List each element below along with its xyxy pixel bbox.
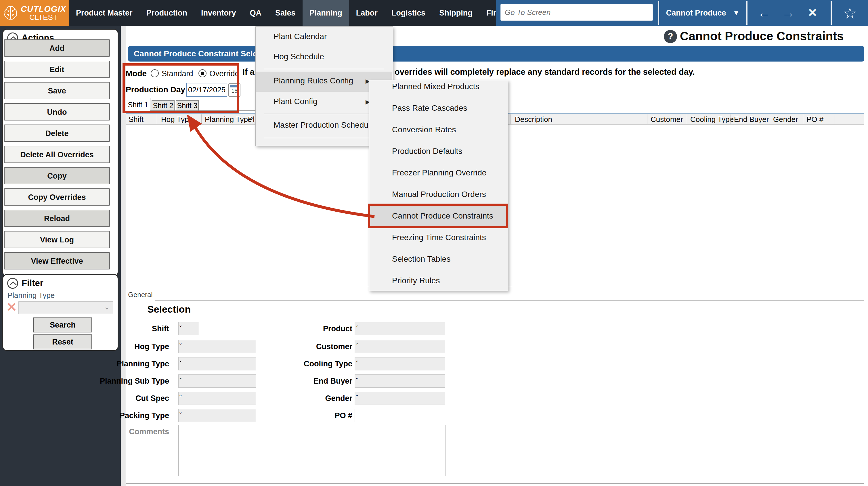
menuitem-master-production-schedule[interactable]: Master Production Schedule	[274, 121, 375, 130]
back-icon[interactable]: ←	[754, 0, 774, 26]
chevron-down-icon: ⌄	[179, 358, 182, 363]
help-icon[interactable]: ?	[664, 30, 677, 43]
screen-selector[interactable]: Cannot Produce Constraints	[661, 0, 731, 26]
chevron-down-icon: ⌄	[179, 323, 182, 328]
column-divider[interactable]	[157, 115, 157, 124]
column-divider[interactable]	[647, 115, 647, 124]
hog-type-combobox[interactable]: ⌄	[178, 340, 256, 353]
menu-product-master[interactable]: Product Master	[69, 0, 140, 26]
planning-sub-type-combobox[interactable]: ⌄	[178, 374, 256, 388]
standard-radio-label[interactable]: Standard	[162, 69, 193, 78]
gender-combobox[interactable]: ⌄	[354, 392, 445, 405]
override-radio[interactable]	[198, 69, 207, 78]
menuitem-selection-tables[interactable]: Selection Tables	[392, 254, 451, 264]
product-field-label: Product	[254, 324, 352, 333]
end-buyer-combobox[interactable]: ⌄	[354, 374, 445, 388]
menuitem-plant-config[interactable]: Plant Config	[274, 97, 317, 106]
column-divider[interactable]	[510, 115, 510, 124]
col-cooling-type[interactable]: Cooling Type	[690, 115, 734, 124]
save-button[interactable]: Save	[4, 82, 110, 99]
menuitem-plant-calendar[interactable]: Plant Calendar	[274, 32, 327, 41]
menu-separator	[264, 114, 384, 114]
hog-type-field-label: Hog Type	[71, 342, 169, 351]
menuitem-pass-rate-cascades[interactable]: Pass Rate Cascades	[392, 103, 467, 113]
col-partial-left[interactable]: Pl	[248, 115, 254, 124]
favorite-star-icon[interactable]: ☆	[838, 0, 861, 26]
shift1-tab[interactable]: Shift 1	[126, 98, 150, 112]
clear-filter-icon[interactable]: ✕	[6, 300, 17, 314]
delete-button[interactable]: Delete	[4, 124, 110, 142]
menu-labor[interactable]: Labor	[349, 0, 384, 26]
column-divider[interactable]	[803, 115, 803, 124]
menuitem-freezer-planning-override[interactable]: Freezer Planning Override	[392, 168, 486, 177]
menuitem-priority-rules[interactable]: Priority Rules	[392, 276, 440, 285]
column-divider[interactable]	[245, 115, 245, 124]
menuitem-conversion-rates[interactable]: Conversion Rates	[392, 125, 456, 134]
col-gender[interactable]: Gender	[773, 115, 798, 124]
shift3-tab[interactable]: Shift 3	[176, 100, 199, 111]
menuitem-hog-schedule[interactable]: Hog Schedule	[274, 52, 324, 61]
menuitem-planned-mixed-products[interactable]: Planned Mixed Products	[392, 82, 479, 91]
packing-type-combobox[interactable]: ⌄	[178, 409, 256, 422]
shift-field-label: Shift	[71, 324, 169, 333]
comments-textarea[interactable]	[178, 425, 446, 476]
screen-selector-dropdown-icon[interactable]: ▼	[733, 0, 740, 26]
cooling-type-combobox[interactable]: ⌄	[354, 357, 445, 370]
planning-type-filter-combobox[interactable]: ⌄	[19, 301, 113, 314]
customer-combobox[interactable]: ⌄	[354, 340, 445, 353]
reload-button[interactable]: Reload	[4, 210, 110, 227]
production-day-input[interactable]	[186, 83, 227, 97]
section-header: Cannot Produce Constraint Selection	[128, 46, 864, 62]
copy-overrides-button[interactable]: Copy Overrides	[4, 188, 110, 206]
menu-separator	[264, 138, 384, 138]
delete-all-overrides-button[interactable]: Delete All Overrides	[4, 146, 110, 163]
brain-logo-icon	[3, 5, 19, 21]
shift-combobox[interactable]: ⌄	[178, 322, 199, 335]
menu-sales[interactable]: Sales	[268, 0, 303, 26]
col-hog-type[interactable]: Hog Type	[161, 115, 193, 124]
column-divider[interactable]	[687, 115, 687, 124]
menu-production[interactable]: Production	[140, 0, 194, 26]
standard-radio[interactable]	[151, 69, 159, 78]
view-effective-button[interactable]: View Effective	[4, 252, 110, 269]
menuitem-cannot-produce-constraints[interactable]: Cannot Produce Constraints	[392, 211, 493, 220]
menu-inventory[interactable]: Inventory	[194, 0, 243, 26]
column-divider[interactable]	[201, 115, 202, 124]
goto-screen-input[interactable]	[500, 4, 653, 21]
po-input[interactable]	[354, 409, 427, 422]
close-icon[interactable]: ✕	[802, 0, 823, 26]
chevron-down-icon: ⌄	[355, 340, 359, 345]
col-shift[interactable]: Shift	[129, 115, 144, 124]
cut-spec-combobox[interactable]: ⌄	[178, 392, 256, 405]
column-divider[interactable]	[835, 115, 835, 124]
cooling-type-field-label: Cooling Type	[254, 360, 352, 368]
undo-button[interactable]: Undo	[4, 103, 110, 121]
collapse-chevron-icon[interactable]	[7, 278, 18, 289]
menu-shipping[interactable]: Shipping	[432, 0, 479, 26]
column-divider[interactable]	[770, 115, 770, 124]
planning-type-field-label: Planning Type	[71, 360, 169, 368]
chevron-down-icon: ⌄	[355, 375, 359, 380]
copy-button[interactable]: Copy	[4, 167, 110, 184]
menuitem-production-defaults[interactable]: Production Defaults	[392, 147, 462, 156]
column-divider[interactable]	[731, 115, 731, 124]
col-end-buyer[interactable]: End Buyer	[734, 115, 769, 124]
tab-general[interactable]: General	[126, 289, 155, 301]
shift2-tab[interactable]: Shift 2	[152, 100, 175, 111]
override-radio-label[interactable]: Override	[209, 69, 239, 78]
col-description[interactable]: Description	[515, 115, 552, 124]
menuitem-freezing-time-constraints[interactable]: Freezing Time Constraints	[392, 233, 486, 242]
view-log-button[interactable]: View Log	[4, 231, 110, 248]
planning-type-combobox[interactable]: ⌄	[178, 357, 256, 370]
menuitem-manual-production-orders[interactable]: Manual Production Orders	[392, 190, 486, 199]
edit-button[interactable]: Edit	[4, 61, 110, 78]
add-button[interactable]: Add	[4, 39, 110, 57]
col-po[interactable]: PO #	[806, 115, 824, 124]
menuitem-planning-rules-config[interactable]: Planning Rules Config	[274, 76, 353, 85]
product-combobox[interactable]: ⌄	[354, 322, 445, 335]
calendar-icon[interactable]: 15	[228, 83, 241, 97]
col-customer[interactable]: Customer	[651, 115, 683, 124]
menu-logistics[interactable]: Logistics	[384, 0, 433, 26]
menu-planning[interactable]: Planning	[303, 0, 349, 26]
menu-qa[interactable]: QA	[243, 0, 269, 26]
